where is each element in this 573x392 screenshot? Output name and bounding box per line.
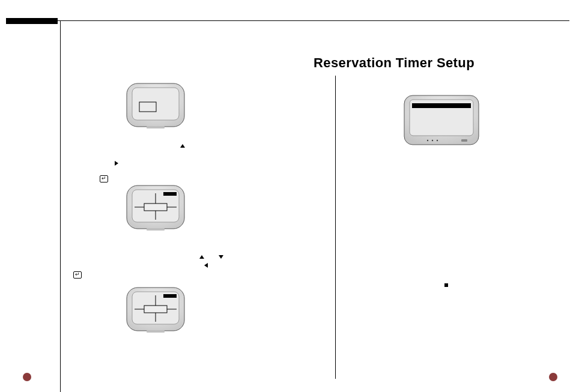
svg-rect-17 (147, 330, 165, 333)
svg-rect-24 (461, 139, 467, 142)
svg-rect-6 (163, 192, 177, 196)
arrow-up-icon (180, 144, 185, 148)
tv-diagram-1 (126, 83, 185, 130)
arrow-down-icon (219, 255, 223, 259)
top-border-line (6, 20, 569, 21)
svg-rect-3 (147, 126, 165, 128)
center-column-divider (335, 76, 336, 379)
header-tab-block (6, 18, 58, 24)
svg-point-21 (427, 140, 428, 141)
tv-diagram-3 (126, 287, 185, 334)
svg-rect-9 (144, 204, 167, 211)
svg-point-23 (437, 140, 438, 141)
svg-rect-16 (144, 306, 167, 313)
arrow-right-icon (115, 161, 118, 166)
arrow-up-icon (199, 255, 204, 259)
page-title: Reservation Timer Setup (314, 55, 474, 71)
svg-rect-10 (147, 228, 165, 231)
page-marker-right (549, 373, 557, 381)
enter-key-icon (73, 271, 82, 279)
page-marker-left (23, 373, 31, 381)
square-marker-icon (444, 283, 448, 287)
tv-diagram-4 (404, 95, 479, 149)
enter-key-icon (100, 175, 108, 182)
svg-rect-13 (163, 294, 177, 298)
arrow-left-icon (204, 263, 208, 268)
svg-rect-20 (412, 103, 471, 108)
svg-point-22 (432, 140, 433, 141)
vertical-divider-left (60, 20, 61, 392)
tv-diagram-2 (126, 185, 185, 232)
